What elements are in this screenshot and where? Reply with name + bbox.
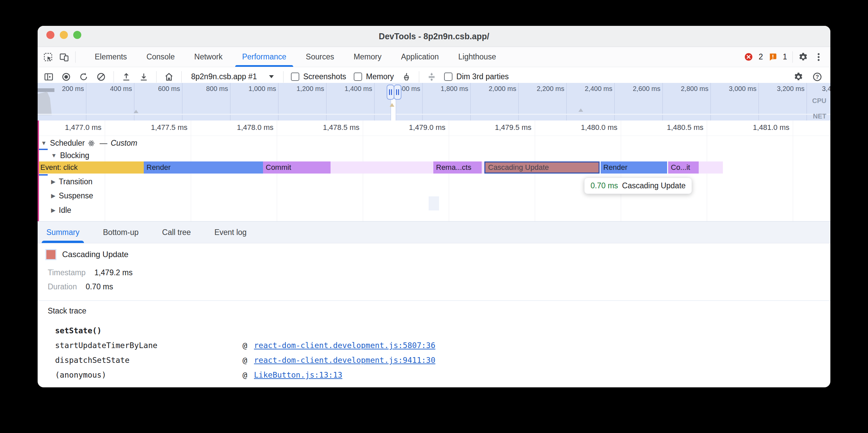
net-band-separator [38,114,830,115]
device-toolbar-icon[interactable] [59,52,69,62]
source-link[interactable]: react-dom-client.development.js:9411:30 [254,353,435,368]
overview-tick-label: 2,200 ms [517,85,564,93]
details-tabbar: Summary Bottom-up Call tree Event log [38,221,830,243]
ruler-tick-label: 1,477.5 ms [103,123,187,132]
flame-bar[interactable]: Cascading Update [485,162,599,173]
reload-record-icon[interactable] [79,72,89,82]
selection-right-handle[interactable] [394,85,401,100]
overview-tick-label: 400 ms [85,85,132,93]
overview-tick-label: 2,000 ms [469,85,516,93]
toggle-sidebar-icon[interactable] [44,72,54,82]
ruler-tick-label: 1,480.5 ms [619,123,704,132]
profile-select[interactable]: 8p2n9n.csb.app #1 [189,72,276,81]
overview-tick-label: 1,000 ms [229,85,276,93]
lane-idle[interactable]: ▶ Idle [38,205,71,216]
flame-bar[interactable]: Co...it [668,162,699,173]
frame-at: @ [243,353,247,368]
capture-settings-gear-icon[interactable] [794,72,804,82]
record-icon[interactable] [61,72,71,82]
minimize-window-button[interactable] [60,31,68,39]
frame-function: dispatchSetState [55,353,130,368]
collapse-tracks-icon[interactable] [427,72,437,82]
divider [114,71,114,82]
settings-gear-icon[interactable] [798,52,808,62]
stack-frame: (anonymous) @ LikeButton.js:13:13 [38,368,830,382]
overview-tick-label: 200 ms [38,85,84,93]
ruler-tick-label: 1,481.0 ms [705,123,789,132]
marker-icon [390,103,394,107]
overview-tick-label: 3,000 ms [709,85,756,93]
flame-bar[interactable]: Render [600,162,667,173]
help-icon[interactable]: ? [812,72,822,82]
clear-icon[interactable] [96,72,106,82]
frame-at: @ [243,338,247,353]
selection-left-handle[interactable] [386,85,394,100]
ruler-tick-label: 1,477.0 ms [38,123,101,132]
devtools-tabbar: Elements Console Network Performance Sou… [38,47,830,67]
collapse-triangle-icon[interactable]: ▼ [41,140,47,147]
tooltip-duration: 0.70 ms [591,181,618,190]
close-window-button[interactable] [46,31,54,39]
tab-application[interactable]: Application [391,47,449,67]
upload-profile-icon[interactable] [121,72,131,82]
error-count-icon[interactable] [744,53,753,61]
expand-triangle-icon[interactable]: ▶ [51,207,55,214]
lane-suspense[interactable]: ▶ Suspense [38,190,93,201]
summary-divider [38,300,830,301]
tab-summary[interactable]: Summary [46,222,79,243]
tab-elements[interactable]: Elements [85,47,137,67]
tab-memory[interactable]: Memory [344,47,391,67]
expand-triangle-icon[interactable]: ▶ [51,178,55,185]
checkbox-box [444,72,453,81]
flame-bar[interactable]: Commit [263,162,331,173]
flame-bar-filler[interactable] [699,162,723,173]
gc-marker-icon [134,110,138,113]
flame-bar[interactable]: Event: click [38,162,144,173]
timeline-overview[interactable]: 3,4 CPU NET 200 ms400 ms600 ms800 ms1,00… [38,83,830,121]
lane-label: Idle [59,206,71,215]
ruler-tick-label: 1,479.5 ms [447,123,531,132]
lane-transition[interactable]: ▶ Transition [38,176,92,187]
panel-tabs: Elements Console Network Performance Sou… [85,47,506,67]
devtools-window: DevTools - 8p2n9n.csb.app/ Elements Cons… [38,26,830,387]
tab-performance[interactable]: Performance [232,47,296,67]
issues-count-icon[interactable] [768,53,777,61]
tab-call-tree[interactable]: Call tree [162,222,191,243]
maximize-window-button[interactable] [73,31,81,39]
tab-bottom-up[interactable]: Bottom-up [103,222,138,243]
flame-bar[interactable]: Rema...cts [433,162,482,173]
chevron-down-icon [269,75,274,78]
garbage-collect-brush-icon[interactable] [401,72,411,82]
track-header-scheduler[interactable]: ▼ Scheduler — Custom [38,138,137,149]
frame-at: @ [243,368,247,382]
download-profile-icon[interactable] [139,72,149,82]
overview-tick-label: 2,600 ms [613,85,660,93]
source-link[interactable]: LikeButton.js:13:13 [254,368,342,382]
inspect-element-icon[interactable] [43,52,53,62]
tab-network[interactable]: Network [184,47,232,67]
home-icon[interactable] [164,72,174,82]
expand-triangle-icon[interactable]: ▶ [51,192,55,199]
tab-event-log[interactable]: Event log [214,222,247,243]
flame-bar-filler[interactable] [482,162,485,173]
kebab-menu-icon[interactable] [814,52,824,62]
flame-bar[interactable]: Render [144,162,263,173]
source-link[interactable]: react-dom-client.development.js:5807:36 [254,338,435,353]
tab-console[interactable]: Console [137,47,184,67]
flame-chart-area[interactable]: 1,477.0 ms1,477.5 ms1,478.0 ms1,478.5 ms… [38,121,830,221]
track-edge-marker [38,121,39,221]
track-title: Scheduler [50,139,85,148]
tab-sources[interactable]: Sources [296,47,344,67]
flame-bar-filler[interactable] [331,162,433,173]
ruler-tick-label: 1,478.5 ms [275,123,360,132]
collapse-triangle-icon[interactable]: ▼ [51,153,57,159]
track-highlight-rect [429,196,439,210]
dim-3rd-parties-checkbox[interactable]: Dim 3rd parties [444,72,509,81]
lane-blocking[interactable]: ▼ Blocking [38,150,89,161]
memory-checkbox[interactable]: Memory [354,72,394,81]
profile-select-value: 8p2n9n.csb.app #1 [191,72,257,81]
stack-frame: setState() [38,323,830,338]
overview-gridline [807,83,807,121]
screenshots-checkbox[interactable]: Screenshots [291,72,346,81]
tab-lighthouse[interactable]: Lighthouse [448,47,506,67]
